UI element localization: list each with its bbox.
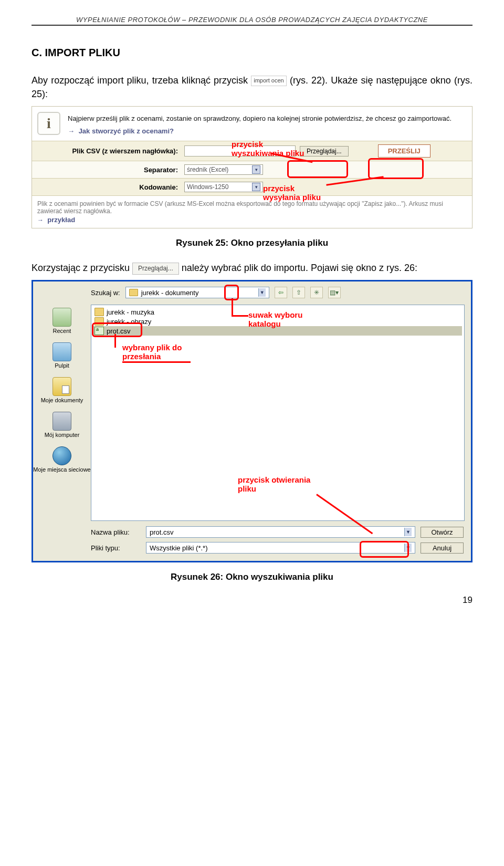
recent-icon (52, 308, 71, 327)
filetype-value: Wszystkie pliki (*.*) (150, 544, 208, 552)
sidebar-network[interactable]: Moje miejsca sieciowe (33, 446, 91, 473)
filename-input[interactable]: prot.csv ▼ (146, 526, 415, 538)
arrow-icon: → (68, 127, 75, 135)
label-encoding: Kodowanie: (36, 183, 184, 191)
example-link[interactable]: przykład (47, 216, 75, 224)
label-separator: Separator: (36, 166, 184, 174)
places-sidebar: Recent Pulpit Moje dokumenty Mój kompute… (33, 302, 91, 523)
przegladaj-button[interactable]: Przeglądaj... (132, 263, 179, 275)
encoding-select[interactable]: Windows-1250 ▾ (184, 182, 263, 192)
send-button[interactable]: PRZEŚLIJ (378, 144, 430, 158)
para2-text-a: Korzystając z przycisku (32, 263, 132, 273)
desktop-icon (52, 342, 71, 361)
documents-icon (52, 377, 71, 396)
csv-file-icon (94, 327, 104, 335)
view-icon[interactable]: ▤▾ (328, 287, 341, 298)
para2-text-b: należy wybrać plik do importu. Pojawi si… (182, 263, 417, 273)
label-csv: Plik CSV (z wierszem nagłówka): (36, 147, 184, 155)
chevron-down-icon: ▼ (404, 544, 412, 552)
screenshot-open-dialog: Szukaj w: jurekk - dokumenty ▼ ⇦ ⇧ ✳ ▤▾ … (32, 280, 472, 562)
filetype-label: Pliki typu: (91, 544, 141, 552)
filename-value: prot.csv (150, 528, 174, 536)
lookin-label: Szukaj w: (91, 289, 120, 297)
paragraph-1: Aby rozpocząć import pliku, trzeba klikn… (32, 74, 472, 101)
sidebar-item-label: Pulpit (55, 362, 69, 369)
section-title: C. IMPORT PLIKU (32, 47, 472, 59)
footnote-text: Plik z ocenami powinien być w formacie C… (32, 196, 472, 216)
sidebar-computer[interactable]: Mój komputer (33, 412, 91, 438)
file-item-selected[interactable]: prot.csv (93, 326, 462, 336)
info-message: Najpierw prześlij plik z ocenami, zostan… (68, 114, 452, 123)
separator-select[interactable]: średnik (Excel) ▾ (184, 164, 263, 175)
sidebar-documents[interactable]: Moje dokumenty (33, 377, 91, 403)
import-ocen-button[interactable]: import ocen (251, 76, 286, 86)
file-item-label: jurekk - muzyka (107, 308, 154, 316)
para1-text-a: Aby rozpocząć import pliku, trzeba klikn… (32, 75, 251, 86)
chevron-down-icon: ▾ (252, 165, 260, 174)
paragraph-2: Korzystając z przycisku Przeglądaj... na… (32, 261, 472, 275)
computer-icon (52, 412, 71, 431)
filename-label: Nazwa pliku: (91, 528, 141, 536)
sidebar-item-label: Mój komputer (45, 432, 80, 438)
info-icon: i (37, 112, 60, 135)
sidebar-recent[interactable]: Recent (33, 308, 91, 334)
separator-value: średnik (Excel) (187, 166, 228, 173)
lookin-select[interactable]: jurekk - dokumenty ▼ (125, 287, 269, 298)
folder-icon (129, 289, 138, 296)
page-number: 19 (32, 595, 472, 606)
chevron-down-icon: ▼ (258, 288, 266, 297)
file-item[interactable]: jurekk - muzyka (93, 307, 462, 317)
filetype-select[interactable]: Wszystkie pliki (*.*) ▼ (146, 542, 415, 554)
arrow-icon: → (37, 216, 44, 224)
sidebar-desktop[interactable]: Pulpit (33, 342, 91, 369)
lookin-value: jurekk - dokumenty (141, 289, 199, 297)
back-icon[interactable]: ⇦ (275, 287, 287, 298)
sidebar-item-label: Moje miejsca sieciowe (33, 466, 90, 473)
caption-fig25: Rysunek 25: Okno przesyłania pliku (32, 238, 472, 248)
chevron-down-icon: ▼ (404, 528, 412, 536)
browse-button[interactable]: Przeglądaj... (300, 146, 349, 156)
info-link-howto[interactable]: Jak stworzyć plik z ocenami? (79, 127, 174, 135)
file-list-pane[interactable]: jurekk - muzyka jurekk - obrazy prot.csv (91, 305, 465, 521)
folder-icon (94, 317, 104, 326)
file-item[interactable]: jurekk - obrazy (93, 317, 462, 326)
new-folder-icon[interactable]: ✳ (310, 287, 323, 298)
page-header: WYPEŁNIANIE PROTOKOŁÓW – PRZEWODNIK DLA … (32, 16, 472, 26)
cancel-button[interactable]: Anuluj (421, 542, 464, 554)
network-icon (52, 446, 71, 465)
sidebar-item-label: Moje dokumenty (41, 397, 83, 403)
open-button[interactable]: Otwórz (421, 527, 464, 538)
file-item-label: jurekk - obrazy (107, 318, 151, 326)
encoding-value: Windows-1250 (187, 183, 228, 191)
up-icon[interactable]: ⇧ (292, 287, 305, 298)
chevron-down-icon: ▾ (252, 183, 260, 191)
folder-icon (94, 308, 104, 316)
screenshot-upload-window: i Najpierw prześlij plik z ocenami, zost… (32, 106, 472, 228)
sidebar-item-label: Recent (53, 328, 71, 334)
file-item-label: prot.csv (107, 327, 131, 335)
csv-file-input[interactable] (184, 145, 296, 156)
caption-fig26: Rysunek 26: Okno wyszukiwania pliku (32, 572, 472, 582)
